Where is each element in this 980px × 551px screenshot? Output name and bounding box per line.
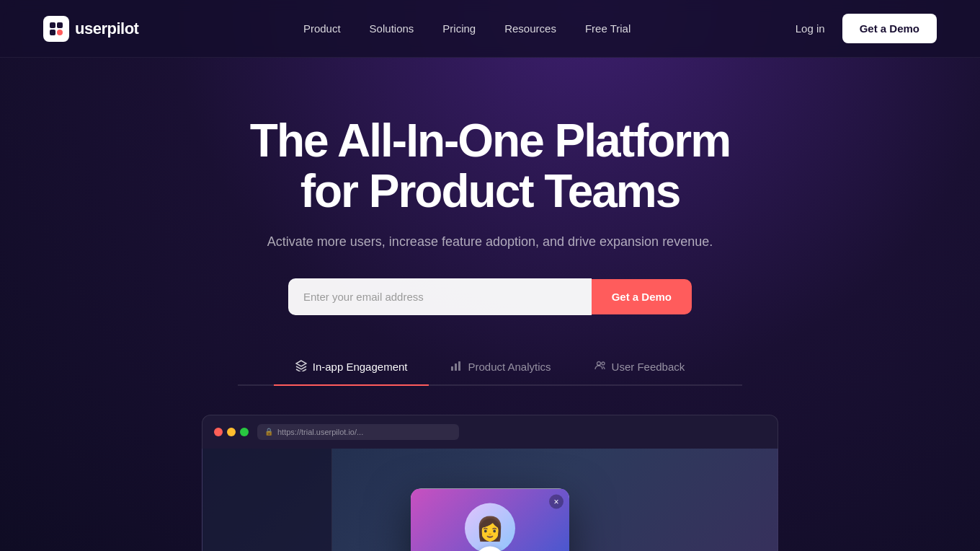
tab-user-feedback[interactable]: User Feedback <box>573 350 707 386</box>
tab-product-analytics[interactable]: Product Analytics <box>429 350 572 386</box>
hero-section: The All-In-One Platform for Product Team… <box>0 58 980 551</box>
svg-point-8 <box>602 362 605 365</box>
nav-item-free-trial[interactable]: Free Trial <box>585 22 631 35</box>
svg-rect-5 <box>455 363 457 371</box>
nav-item-resources[interactable]: Resources <box>504 22 556 35</box>
modal-image: 👩 × 🔥 <box>411 488 569 551</box>
browser-content: 👩 × 🔥 Hey {{name}}, 👋 Welcome to Campfir… <box>202 449 778 551</box>
nav-item-pricing[interactable]: Pricing <box>442 22 476 35</box>
tab-in-app-engagement[interactable]: In-app Engagement <box>274 350 429 386</box>
nav-item-solutions[interactable]: Solutions <box>370 22 414 35</box>
get-demo-hero-button[interactable]: Get a Demo <box>592 279 692 314</box>
dot-minimize <box>227 428 236 436</box>
nav-item-product[interactable]: Product <box>303 22 341 35</box>
browser-url-bar: 🔒 https://trial.userpilot.io/... <box>257 424 459 440</box>
svg-point-3 <box>57 30 63 35</box>
feature-tabs: In-app Engagement Product Analytics <box>238 350 742 386</box>
browser-demo: 🔒 https://trial.userpilot.io/... 👩 × 🔥 <box>187 386 793 551</box>
tab-analytics-label: Product Analytics <box>468 361 551 373</box>
hero-title-line1: The All-In-One Platform <box>250 115 730 167</box>
svg-rect-6 <box>458 361 460 371</box>
modal-close-button[interactable]: × <box>549 494 564 508</box>
nav-right: Log in Get a Demo <box>796 14 937 43</box>
bar-chart-icon <box>450 360 462 374</box>
get-demo-nav-button[interactable]: Get a Demo <box>842 14 937 43</box>
hero-title-line2: for Product Teams <box>300 165 680 217</box>
app-sidebar <box>202 449 332 551</box>
layers-icon <box>295 360 307 374</box>
modal-person-avatar: 👩 <box>465 503 515 551</box>
dot-close <box>214 428 223 436</box>
welcome-modal: 👩 × 🔥 Hey {{name}}, 👋 Welcome to Campfir… <box>411 488 569 551</box>
tab-in-app-label: In-app Engagement <box>313 361 408 373</box>
nav-links: Product Solutions Pricing Resources Free… <box>303 22 631 35</box>
tab-feedback-label: User Feedback <box>612 361 685 373</box>
logo[interactable]: userpilot <box>43 16 138 42</box>
browser-chrome: 🔒 https://trial.userpilot.io/... <box>202 415 778 449</box>
svg-point-7 <box>597 361 600 365</box>
logo-text: userpilot <box>75 19 138 38</box>
hero-cta-form: Get a Demo <box>288 278 692 315</box>
browser-traffic-lights <box>214 428 249 436</box>
svg-rect-0 <box>50 22 55 28</box>
users-icon <box>594 360 606 374</box>
navbar: userpilot Product Solutions Pricing Reso… <box>0 0 980 58</box>
email-input[interactable] <box>288 278 592 315</box>
svg-rect-2 <box>50 30 55 35</box>
svg-rect-4 <box>451 366 453 371</box>
svg-rect-1 <box>57 22 63 28</box>
lock-icon: 🔒 <box>264 428 273 436</box>
login-link[interactable]: Log in <box>796 22 825 35</box>
hero-title: The All-In-One Platform for Product Team… <box>195 115 785 217</box>
dot-fullscreen <box>240 428 249 436</box>
hero-subtitle: Activate more users, increase feature ad… <box>14 234 966 250</box>
app-background: 👩 × 🔥 Hey {{name}}, 👋 Welcome to Campfir… <box>202 449 778 551</box>
logo-icon <box>43 16 69 42</box>
url-text: https://trial.userpilot.io/... <box>277 428 363 436</box>
